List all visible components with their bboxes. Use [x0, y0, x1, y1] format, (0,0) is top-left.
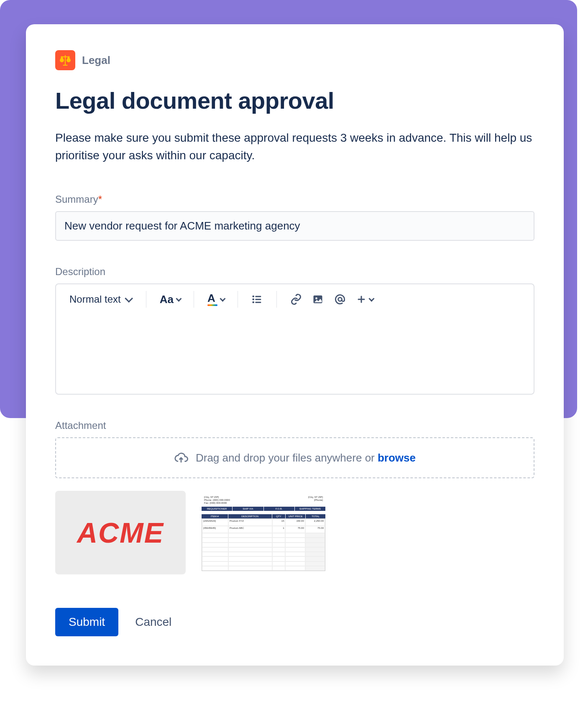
svg-rect-1: [255, 296, 261, 297]
attachment-thumbnails: ACME [City, ST ZIP] Phone: (000) 000-000…: [55, 491, 534, 574]
upload-cloud-icon: [174, 451, 188, 465]
image-button[interactable]: [309, 291, 327, 308]
svg-point-4: [252, 301, 254, 304]
browse-link[interactable]: browse: [378, 452, 416, 464]
svg-rect-3: [255, 299, 261, 300]
required-asterisk: *: [98, 194, 102, 205]
attachment-label: Attachment: [55, 420, 534, 431]
insert-dropdown[interactable]: [353, 291, 376, 308]
chevron-down-icon: [176, 296, 182, 302]
link-icon: [290, 293, 302, 305]
text-format-dropdown[interactable]: Aa: [156, 291, 184, 308]
toolbar-divider: [194, 291, 194, 308]
cancel-button[interactable]: Cancel: [135, 615, 171, 629]
summary-label-text: Summary: [55, 194, 98, 205]
chevron-down-icon: [125, 294, 133, 303]
toolbar-divider: [238, 291, 238, 308]
form-actions: Submit Cancel: [55, 608, 534, 636]
toolbar-divider: [146, 291, 146, 308]
document-preview: [City, ST ZIP] Phone: (000) 000-0000 Fax…: [202, 494, 325, 571]
summary-input[interactable]: [55, 211, 534, 241]
svg-rect-5: [255, 302, 261, 303]
toolbar-divider: [276, 291, 277, 308]
description-label: Description: [55, 266, 534, 278]
image-icon: [312, 293, 324, 305]
dropzone-prefix: Drag and drop your files anywhere or: [196, 452, 378, 464]
attachment-dropzone[interactable]: Drag and drop your files anywhere or bro…: [55, 437, 534, 478]
summary-label: Summary*: [55, 194, 534, 205]
svg-point-7: [315, 297, 317, 299]
aa-icon: Aa: [160, 293, 174, 306]
acme-logo: ACME: [77, 516, 164, 549]
project-name: Legal: [82, 54, 110, 67]
link-button[interactable]: [287, 291, 305, 308]
description-editor: Normal text Aa A: [55, 283, 534, 395]
attachment-thumbnail[interactable]: [City, ST ZIP] Phone: (000) 000-0000 Fax…: [198, 491, 329, 574]
form-card: Legal Legal document approval Please mak…: [26, 24, 564, 666]
list-icon: [251, 293, 263, 305]
plus-icon: [356, 294, 366, 304]
text-color-dropdown[interactable]: A: [204, 291, 228, 308]
page-title: Legal document approval: [55, 87, 534, 114]
list-button[interactable]: [248, 291, 266, 308]
description-textarea[interactable]: [56, 314, 534, 394]
scales-icon: [55, 50, 75, 70]
text-style-label: Normal text: [69, 293, 121, 305]
text-color-icon: A: [207, 293, 217, 306]
dropzone-text: Drag and drop your files anywhere or bro…: [196, 452, 416, 464]
submit-button[interactable]: Submit: [55, 608, 118, 636]
editor-toolbar: Normal text Aa A: [56, 284, 534, 314]
attachment-thumbnail[interactable]: ACME: [55, 491, 186, 574]
text-style-dropdown[interactable]: Normal text: [64, 291, 136, 308]
chevron-down-icon: [220, 296, 225, 302]
mention-button[interactable]: [330, 291, 350, 308]
chevron-down-icon: [368, 296, 374, 302]
page-description: Please make sure you submit these approv…: [55, 129, 534, 164]
svg-point-2: [252, 298, 254, 301]
svg-point-0: [252, 296, 254, 298]
at-icon: [334, 293, 346, 306]
project-header: Legal: [55, 50, 534, 70]
